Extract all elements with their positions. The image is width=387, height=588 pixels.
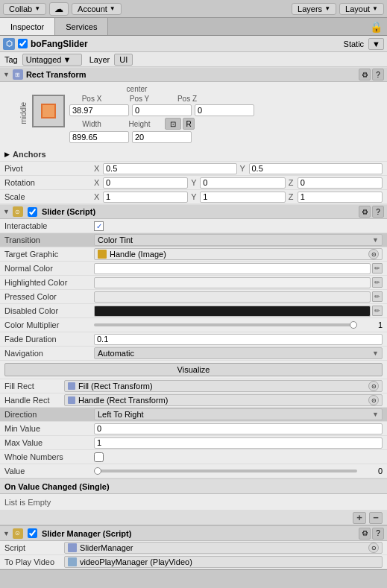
scale-z-field[interactable]: 1: [298, 192, 383, 203]
pressed-color-swatch[interactable]: [94, 291, 371, 303]
manager-action-btn1[interactable]: ⚙: [359, 528, 371, 540]
script-picker[interactable]: ⊙: [368, 543, 379, 553]
rect-transform-header[interactable]: ▼ ⊞ Rect Transform ⚙ ?: [0, 67, 387, 82]
color-multiplier-val: 1: [360, 320, 383, 329]
tab-services[interactable]: Services: [55, 18, 108, 35]
target-graphic-picker[interactable]: ⊙: [368, 249, 379, 259]
tag-select[interactable]: Untagged ▼: [22, 54, 82, 66]
layout-button[interactable]: Layout ▼: [339, 3, 384, 15]
handle-rect-row: Handle Rect Handle (Rect Transform) ⊙: [0, 393, 387, 408]
color-multiplier-row: Color Multiplier 1: [0, 318, 387, 332]
max-value: 1: [97, 438, 101, 447]
top-bar: Collab ▼ ☁ Account ▼ Layers ▼ Layout ▼: [0, 0, 387, 18]
rt-r-btn[interactable]: R: [183, 118, 195, 130]
rt-triangle: ▼: [3, 71, 10, 78]
normal-color-swatch[interactable]: [94, 263, 371, 274]
fade-duration-field[interactable]: 0.1: [94, 334, 383, 345]
rot-z-letter: Z: [289, 178, 296, 187]
min-value: 0: [97, 424, 101, 433]
highlighted-color-swatch[interactable]: [94, 277, 371, 288]
event-empty-text: List is Empty: [4, 498, 51, 507]
fill-rect-picker[interactable]: ⊙: [368, 381, 379, 391]
direction-dropdown[interactable]: Left To Right ▼: [94, 408, 383, 420]
layer-dropdown[interactable]: UI: [114, 54, 133, 66]
account-button[interactable]: Account ▼: [72, 3, 122, 15]
transition-dropdown[interactable]: Color Tint ▼: [94, 234, 383, 246]
rt-action-btn1[interactable]: ⚙: [359, 69, 371, 80]
pressed-color-row: Pressed Color ✏: [0, 290, 387, 304]
min-value-field[interactable]: 0: [94, 423, 383, 434]
pressed-color-edit[interactable]: ✏: [372, 291, 383, 302]
visualize-button[interactable]: Visualize: [4, 363, 383, 376]
value-thumb[interactable]: [94, 467, 101, 475]
scale-x-field[interactable]: 1: [103, 192, 188, 203]
pos-z-field[interactable]: 0: [195, 104, 254, 116]
value-label: Value: [4, 467, 94, 475]
highlighted-color-label: Highlighted Color: [4, 278, 94, 287]
normal-color-row: Normal Color ✏: [0, 262, 387, 276]
navigation-dropdown[interactable]: Automatic ▼: [94, 347, 383, 359]
whole-numbers-checkbox[interactable]: [94, 452, 104, 462]
visualize-row: Visualize: [0, 361, 387, 379]
unity-icon: ⬡: [3, 38, 15, 50]
object-active-checkbox[interactable]: [18, 39, 28, 48]
layer-value: UI: [119, 55, 128, 64]
rot-x-field[interactable]: 0: [103, 177, 188, 189]
handle-rect-value: Handle (Rect Transform): [78, 396, 168, 405]
color-multiplier-track[interactable]: [94, 323, 357, 326]
slider-active-checkbox[interactable]: [28, 207, 37, 217]
collab-button[interactable]: Collab ▼: [3, 3, 46, 15]
to-play-video-row: To Play Video videoPlayManager (PlayVide…: [0, 555, 387, 569]
fade-duration-value: 0.1: [97, 335, 108, 344]
scale-y-field[interactable]: 1: [200, 192, 285, 203]
value-val: 0: [360, 467, 383, 475]
static-dropdown[interactable]: ▼: [368, 38, 384, 50]
max-value-field[interactable]: 1: [94, 437, 383, 449]
whole-numbers-label: Whole Numbers: [4, 452, 94, 461]
manager-active-checkbox[interactable]: [28, 528, 37, 538]
pivot-x-field[interactable]: 0.5: [103, 163, 237, 174]
anchors-triangle: ▶: [4, 151, 10, 158]
interactable-checkbox[interactable]: ✓: [94, 221, 104, 231]
cloud-button[interactable]: ☁: [49, 2, 69, 16]
lock-icon[interactable]: 🔒: [370, 21, 387, 33]
event-empty: List is Empty: [0, 494, 387, 510]
event-add-btn[interactable]: +: [353, 512, 366, 524]
width-field[interactable]: 899.65: [69, 131, 129, 143]
rot-z-field[interactable]: 0: [298, 177, 383, 189]
tab-inspector[interactable]: Inspector: [0, 18, 55, 35]
layer-label: Layer: [89, 55, 110, 64]
layers-arrow: ▼: [324, 5, 330, 12]
fill-rect-label: Fill Rect: [4, 382, 64, 391]
rot-y-field[interactable]: 0: [200, 177, 285, 189]
manager-action-btn2[interactable]: ?: [372, 528, 384, 540]
to-play-video-value: videoPlayManager (PlayVideo): [80, 557, 192, 566]
slider-manager-header[interactable]: ▼ ⊙ Slider Manager (Script) ⚙ ?: [0, 526, 387, 541]
layers-button[interactable]: Layers ▼: [292, 3, 336, 15]
navigation-row: Navigation Automatic ▼: [0, 347, 387, 361]
height-field[interactable]: 20: [132, 131, 192, 143]
rt-anchor-square[interactable]: [32, 95, 65, 127]
highlighted-color-edit[interactable]: ✏: [372, 277, 383, 288]
normal-color-edit[interactable]: ✏: [372, 263, 383, 274]
tab-row: Inspector Services 🔒: [0, 18, 387, 36]
pivot-y-field[interactable]: 0.5: [249, 163, 383, 174]
event-label: On Value Changed (Single): [4, 482, 110, 491]
handle-rect-picker[interactable]: ⊙: [368, 395, 379, 405]
object-name[interactable]: boFangSlider: [31, 39, 341, 49]
max-value-label: Max Value: [4, 438, 94, 447]
event-remove-btn[interactable]: −: [369, 512, 383, 524]
anchors-row[interactable]: ▶ Anchors: [0, 148, 387, 162]
pos-y-field[interactable]: 0: [132, 104, 192, 116]
value-track[interactable]: [94, 470, 357, 472]
pos-x-field[interactable]: 38.97: [69, 104, 129, 116]
rt-stretch-btn[interactable]: ⊡: [165, 118, 181, 130]
rt-action-btn2[interactable]: ?: [372, 69, 384, 80]
slider-action-btn2[interactable]: ?: [372, 206, 384, 218]
slider-triangle: ▼: [3, 208, 10, 215]
color-multiplier-thumb[interactable]: [350, 321, 357, 329]
slider-script-header[interactable]: ▼ ⊙ Slider (Script) ⚙ ?: [0, 204, 387, 219]
disabled-color-swatch[interactable]: [94, 306, 371, 317]
disabled-color-edit[interactable]: ✏: [372, 306, 383, 316]
slider-action-btn1[interactable]: ⚙: [359, 206, 371, 218]
